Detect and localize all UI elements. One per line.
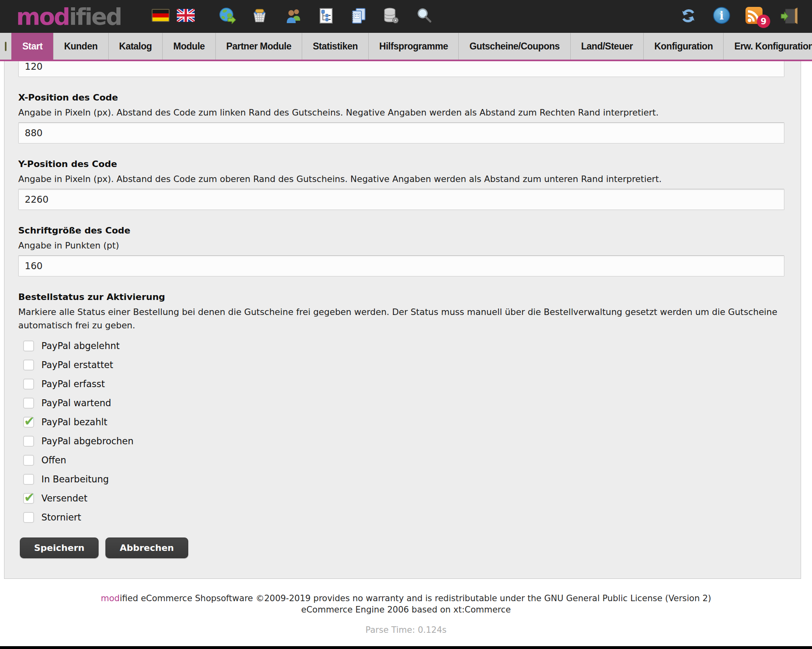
license-mod-text: mod <box>101 593 120 603</box>
field-description: Angabe in Pixeln (px). Abstand des Code … <box>18 172 784 186</box>
field-section-y-position: Y-Position des Code Angabe in Pixeln (px… <box>18 159 784 210</box>
tab-module[interactable]: Module <box>162 33 215 60</box>
status-option-versendet: ✔ Versendet <box>23 493 784 504</box>
field-description: Angabe in Pixeln (px). Abstand des Code … <box>18 106 784 119</box>
checkbox[interactable]: ✔ <box>23 493 34 504</box>
status-option-storniert: ✔ Storniert <box>23 512 784 523</box>
status-option-paypal-abgebrochen: ✔ PayPal abgebrochen <box>23 436 784 447</box>
field-heading: X-Position des Code <box>18 92 784 103</box>
status-section-heading: Bestellstatus zur Aktivierung <box>18 292 784 302</box>
check-icon: ✔ <box>24 413 35 429</box>
engine-line: eCommerce Engine 2006 based on xt:Commer… <box>0 604 812 615</box>
app-logo[interactable]: modified <box>16 3 121 30</box>
check-icon: ✔ <box>24 490 35 505</box>
status-option-paypal-erstattet: ✔ PayPal erstattet <box>23 360 784 371</box>
field-description: Angabe in Punkten (pt) <box>18 239 784 252</box>
info-icon[interactable]: i <box>713 7 731 25</box>
rss-badge: 9 <box>757 15 770 28</box>
category-tree-icon[interactable] <box>317 7 335 25</box>
checkbox-label: PayPal abgebrochen <box>41 436 133 446</box>
logout-door-icon[interactable] <box>780 7 798 25</box>
tab-hilfsprogramme[interactable]: Hilfsprogramme <box>368 33 458 60</box>
tab-land-steuer[interactable]: Land/Steuer <box>570 33 643 60</box>
cancel-button[interactable]: Abbrechen <box>105 538 188 558</box>
field-section-x-position: X-Position des Code Angabe in Pixeln (px… <box>18 92 784 144</box>
tab-katalog[interactable]: Katalog <box>108 33 163 60</box>
checkbox[interactable]: ✔ <box>23 436 34 447</box>
checkbox[interactable]: ✔ <box>23 417 34 428</box>
info-glyph: i <box>713 7 730 24</box>
checkbox-label: PayPal bezahlt <box>41 417 107 427</box>
top-field-input[interactable] <box>18 61 784 77</box>
status-checkbox-list: ✔ PayPal abgelehnt ✔ PayPal erstattet ✔ … <box>18 341 784 523</box>
search-icon[interactable] <box>415 7 433 25</box>
status-option-paypal-wartend: ✔ PayPal wartend <box>23 398 784 409</box>
checkbox[interactable]: ✔ <box>23 360 34 371</box>
status-option-offen: ✔ Offen <box>23 455 784 466</box>
parse-time: Parse Time: 0.124s <box>0 624 812 636</box>
app-header: modified i <box>0 0 812 33</box>
checkbox-label: PayPal wartend <box>41 398 111 408</box>
orders-basket-icon[interactable] <box>251 7 269 25</box>
license-rest-text: ified eCommerce Shopsoftware ©2009-2019 … <box>120 593 711 603</box>
checkbox-label: PayPal abgelehnt <box>41 341 120 351</box>
field-heading: Schriftgröße des Code <box>18 225 784 236</box>
checkbox[interactable]: ✔ <box>23 341 34 351</box>
nav-german-flag-icon[interactable] <box>5 42 6 51</box>
status-option-paypal-abgelehnt: ✔ PayPal abgelehnt <box>23 341 784 351</box>
customers-icon[interactable] <box>285 7 303 25</box>
checkbox-label: Versendet <box>41 493 88 503</box>
checkbox[interactable]: ✔ <box>23 398 34 409</box>
font-size-input[interactable] <box>18 255 784 276</box>
german-flag-icon[interactable] <box>152 9 170 22</box>
articles-journal-icon[interactable] <box>350 7 367 25</box>
checkbox[interactable]: ✔ <box>23 455 34 466</box>
page: modified i <box>0 0 812 649</box>
tab-statistiken[interactable]: Statistiken <box>302 33 368 60</box>
checkbox[interactable]: ✔ <box>23 379 34 390</box>
tab-erw-konfiguration[interactable]: Erw. Konfiguration <box>723 33 812 60</box>
field-section-font-size: Schriftgröße des Code Angabe in Punkten … <box>18 225 784 276</box>
main-nav: Start Kunden Katalog Module Partner Modu… <box>0 33 812 60</box>
status-option-paypal-erfasst: ✔ PayPal erfasst <box>23 379 784 390</box>
status-option-paypal-bezahlt: ✔ PayPal bezahlt <box>23 417 784 428</box>
checkbox-label: Offen <box>41 455 66 465</box>
x-position-input[interactable] <box>18 122 784 144</box>
y-position-input[interactable] <box>18 189 784 210</box>
field-heading: Y-Position des Code <box>18 159 784 169</box>
checkbox-label: Storniert <box>41 512 81 523</box>
bottom-bar <box>0 646 812 649</box>
license-line: modified eCommerce Shopsoftware ©2009-20… <box>0 593 812 604</box>
checkbox-label: In Bearbeitung <box>41 474 109 484</box>
form-actions: Speichern Abbrechen <box>20 538 784 558</box>
status-option-in-bearbeitung: ✔ In Bearbeitung <box>23 474 784 485</box>
database-tools-icon[interactable] <box>382 7 400 25</box>
tab-partner-module[interactable]: Partner Module <box>215 33 302 60</box>
checkbox-label: PayPal erstattet <box>41 360 113 370</box>
content-panel: X-Position des Code Angabe in Pixeln (px… <box>4 61 801 579</box>
checkbox[interactable]: ✔ <box>23 474 34 485</box>
order-status-section: Bestellstatus zur Aktivierung Markiere a… <box>18 292 784 523</box>
uk-flag-icon[interactable] <box>177 9 195 22</box>
checkbox[interactable]: ✔ <box>23 512 34 523</box>
checkbox-label: PayPal erfasst <box>41 379 105 389</box>
tab-start[interactable]: Start <box>11 33 53 60</box>
page-footer: modified eCommerce Shopsoftware ©2009-20… <box>0 579 812 636</box>
tab-gutscheine-coupons[interactable]: Gutscheine/Coupons <box>458 33 570 60</box>
tab-konfiguration[interactable]: Konfiguration <box>643 33 723 60</box>
logo-text-ified: ified <box>69 3 121 30</box>
logo-text-mod: mod <box>16 3 69 30</box>
save-button[interactable]: Speichern <box>20 538 99 558</box>
globe-shop-icon[interactable] <box>218 7 236 25</box>
tab-kunden[interactable]: Kunden <box>53 33 108 60</box>
status-section-description: Markiere alle Status einer Bestellung be… <box>18 305 784 332</box>
refresh-icon[interactable] <box>679 7 697 25</box>
